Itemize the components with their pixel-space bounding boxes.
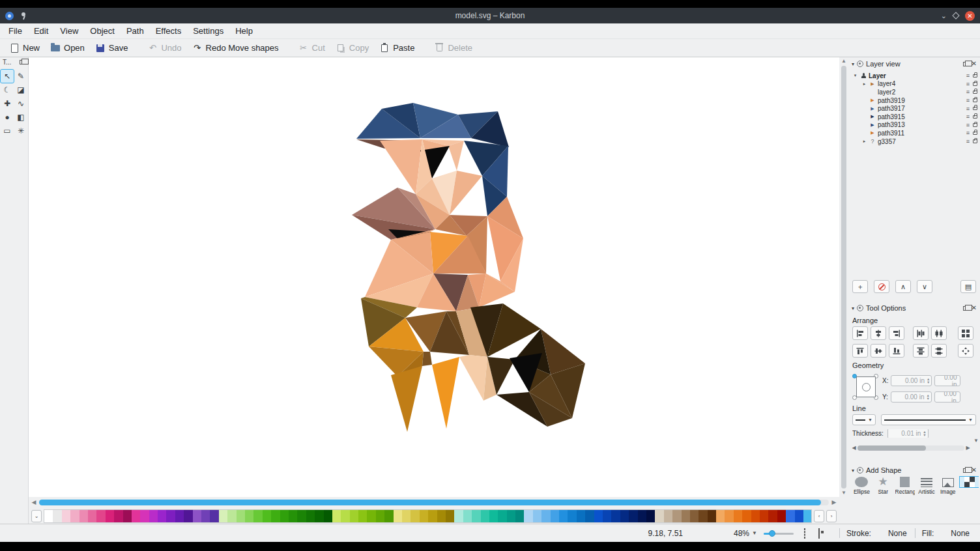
close-docker-icon[interactable]: ✕ <box>972 467 977 473</box>
color-swatch[interactable] <box>646 510 655 522</box>
canvas-vscrollbar[interactable]: ▲ ▼ <box>839 57 848 497</box>
line-cap-select[interactable]: ▼ <box>852 414 876 425</box>
lock-icon[interactable] <box>973 91 977 94</box>
pen-tool[interactable]: ✎ <box>14 70 27 83</box>
tool-options-hscrollbar[interactable]: ◀ ▶ <box>851 444 971 451</box>
palette-prev-button[interactable]: ‹ <box>814 510 824 522</box>
color-swatch[interactable] <box>420 510 428 522</box>
color-swatch[interactable] <box>166 510 175 522</box>
color-swatch[interactable] <box>271 510 280 522</box>
color-swatch[interactable] <box>734 510 742 522</box>
layer-tree-row[interactable]: ▸▶layer4≡ <box>851 80 977 89</box>
chevron-right-icon[interactable]: ▸ <box>861 81 867 87</box>
palette-menu-button[interactable]: ⌄ <box>31 510 42 522</box>
minimize-icon[interactable]: ⌄ <box>941 12 947 20</box>
color-swatch[interactable] <box>210 510 218 522</box>
redo-move-shapes-button[interactable]: ↷Redo Move shapes <box>187 41 284 55</box>
shape-star[interactable]: ★Star <box>874 477 893 495</box>
thickness-field[interactable]: 0.01 in ▲▼ <box>887 429 929 438</box>
color-swatch[interactable] <box>358 510 367 522</box>
close-docker-icon[interactable]: ✕ <box>972 61 977 67</box>
color-swatch[interactable] <box>201 510 210 522</box>
color-swatch[interactable] <box>559 510 568 522</box>
color-swatch[interactable] <box>507 510 515 522</box>
color-swatch[interactable] <box>297 510 306 522</box>
color-swatch[interactable] <box>533 510 541 522</box>
pan-tool[interactable]: ✳ <box>14 124 27 137</box>
visibility-icon[interactable]: ≡ <box>966 97 970 104</box>
lower-layer-button[interactable]: ∨ <box>917 280 932 293</box>
paste-button[interactable]: Paste <box>374 41 420 55</box>
color-swatch[interactable] <box>515 510 524 522</box>
distribute-vcenter-button[interactable] <box>931 344 947 358</box>
cut-button[interactable]: ✂Cut <box>293 41 330 55</box>
menu-edit[interactable]: Edit <box>28 24 54 38</box>
scroll-right-icon[interactable]: ▶ <box>965 445 971 451</box>
visibility-icon[interactable]: ≡ <box>966 81 970 87</box>
artwork-polygon[interactable] <box>422 352 432 366</box>
curve-tool[interactable]: ☾ <box>1 83 14 96</box>
color-swatch[interactable] <box>280 510 289 522</box>
color-swatch[interactable] <box>79 510 88 522</box>
align-bottom-button[interactable] <box>889 344 904 358</box>
color-swatch[interactable] <box>227 510 236 522</box>
color-swatch[interactable] <box>140 510 149 522</box>
artwork-polygon[interactable] <box>391 366 422 432</box>
visibility-icon[interactable]: ≡ <box>966 106 970 112</box>
color-swatch[interactable] <box>70 510 79 522</box>
distribute-top-button[interactable] <box>913 344 929 358</box>
color-swatch[interactable] <box>751 510 760 522</box>
color-swatch[interactable] <box>629 510 637 522</box>
height-field[interactable]: 0.00 in <box>934 391 960 403</box>
menu-effects[interactable]: Effects <box>150 24 188 38</box>
visibility-icon[interactable]: ≡ <box>966 89 970 95</box>
visibility-icon[interactable]: ≡ <box>966 122 970 128</box>
color-swatch[interactable] <box>541 510 550 522</box>
align-vcenter-button[interactable] <box>871 344 886 358</box>
close-docker-icon[interactable]: ✕ <box>972 305 977 311</box>
zoom-selector[interactable]: 48% ▼ <box>734 529 757 538</box>
shape-artistic[interactable]: Artistic <box>917 477 936 495</box>
canvas-hscrollbar[interactable]: ◀ ▶ <box>29 497 839 507</box>
layer-tree-row[interactable]: ▶path3913≡ <box>851 121 977 130</box>
color-swatch[interactable] <box>428 510 437 522</box>
menu-path[interactable]: Path <box>121 24 150 38</box>
color-swatch[interactable] <box>106 510 114 522</box>
color-swatch[interactable] <box>672 510 681 522</box>
palette-next-button[interactable]: › <box>826 510 837 522</box>
lock-icon[interactable] <box>973 132 977 135</box>
color-swatch[interactable] <box>551 510 559 522</box>
width-field[interactable]: 0.00 in <box>934 375 960 386</box>
zoom-fit-selection-button[interactable] <box>804 529 813 538</box>
artwork-lowpoly-figure[interactable] <box>29 57 839 497</box>
color-swatch[interactable] <box>611 510 620 522</box>
distribute-hcenter-button[interactable] <box>931 326 947 340</box>
color-swatch[interactable] <box>289 510 297 522</box>
menu-help[interactable]: Help <box>229 24 259 38</box>
color-swatch[interactable] <box>777 510 786 522</box>
scroll-down-icon[interactable]: ▼ <box>841 489 846 497</box>
scroll-right-icon[interactable]: ▶ <box>830 499 838 505</box>
color-swatch[interactable] <box>123 510 132 522</box>
float-docker-icon[interactable] <box>963 62 969 66</box>
color-swatch[interactable] <box>446 510 454 522</box>
artwork-polygon[interactable] <box>432 357 459 429</box>
shape-image[interactable]: Image <box>938 477 957 495</box>
color-swatch[interactable] <box>786 510 794 522</box>
color-swatch[interactable] <box>376 510 384 522</box>
color-swatch[interactable] <box>193 510 201 522</box>
menu-file[interactable]: File <box>3 24 28 38</box>
grid-arrange-button[interactable] <box>958 326 973 340</box>
align-left-button[interactable] <box>852 326 868 340</box>
color-swatch[interactable] <box>568 510 576 522</box>
copy-button[interactable]: Copy <box>330 41 374 55</box>
align-top-button[interactable] <box>852 344 868 358</box>
fill-value[interactable]: None <box>951 529 970 538</box>
color-swatch[interactable] <box>184 510 192 522</box>
scroll-left-icon[interactable]: ◀ <box>30 499 38 505</box>
fill-tool[interactable]: ◪ <box>14 83 27 96</box>
color-swatch[interactable] <box>394 510 402 522</box>
color-swatch[interactable] <box>402 510 411 522</box>
color-swatch[interactable] <box>795 510 803 522</box>
layer-tree-row[interactable]: layer2≡ <box>851 88 977 96</box>
